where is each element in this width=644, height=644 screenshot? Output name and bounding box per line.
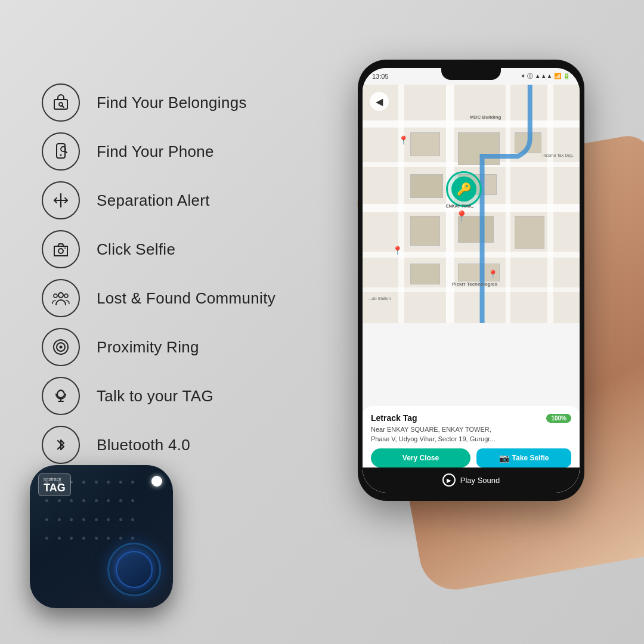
- feature-item-bluetooth: Bluetooth 4.0: [42, 426, 275, 464]
- features-list: Find Your Belongings Find Your Phone Sep…: [42, 83, 275, 464]
- bag-search-icon: [42, 83, 80, 122]
- svg-point-7: [58, 293, 63, 298]
- info-card: Letrack Tag 100% Near ENKAY SQUARE, ENKA…: [363, 406, 580, 493]
- logo-tag: TAG: [44, 482, 66, 493]
- svg-point-8: [54, 294, 57, 298]
- device-led: [151, 476, 162, 487]
- device-button-inner: [116, 551, 153, 588]
- target-ring-icon: [42, 328, 80, 366]
- svg-point-3: [60, 154, 62, 156]
- device-body: letstrack TAG: [30, 465, 173, 608]
- map-view: 🔑 📍 📍 📍 📍 ◀ MDC Building Pickrr Technolo…: [363, 85, 580, 323]
- feature-label-find-phone: Find Your Phone: [97, 143, 214, 161]
- camera-icon: [42, 230, 80, 268]
- voice-tag-icon: [42, 377, 80, 415]
- play-sound-bar: ▶ Play Sound: [363, 467, 580, 493]
- phone-mockup: 13:05 ✦ ⓢ ▲▲▲ 📶 🔋: [328, 48, 644, 537]
- feature-label-lost-found: Lost & Found Community: [97, 289, 275, 308]
- feature-item-lost-found: Lost & Found Community: [42, 279, 275, 317]
- feature-item-proximity: Proximity Ring: [42, 328, 275, 366]
- svg-point-12: [60, 346, 63, 349]
- feature-label-find-belongings: Find Your Belongings: [97, 94, 247, 112]
- status-icons: ✦ ⓢ ▲▲▲ 📶 🔋: [521, 72, 570, 80]
- feature-label-talk-tag: Talk to your TAG: [97, 387, 213, 405]
- phone-screen: 13:05 ✦ ⓢ ▲▲▲ 📶 🔋: [363, 68, 580, 493]
- proximity-button[interactable]: Very Close: [371, 448, 470, 467]
- feature-item-talk-tag: Talk to your TAG: [42, 377, 275, 415]
- arrows-cross-icon: [42, 181, 80, 219]
- feature-item-selfie: Click Selfie: [42, 230, 275, 268]
- bluetooth-icon: [42, 426, 80, 464]
- feature-label-separation: Separation Alert: [97, 191, 210, 210]
- play-icon: ▶: [442, 473, 456, 487]
- svg-rect-0: [54, 100, 67, 109]
- camera-icon-btn: 📷: [499, 453, 509, 463]
- community-icon: [42, 279, 80, 317]
- device-button: [107, 543, 161, 596]
- feature-item-find-phone: Find Your Phone: [42, 132, 275, 171]
- feature-label-proximity: Proximity Ring: [97, 338, 199, 357]
- svg-point-6: [64, 247, 66, 249]
- card-title: Letrack Tag: [371, 413, 417, 423]
- battery-badge: 100%: [546, 414, 571, 423]
- status-time: 13:05: [372, 73, 389, 80]
- card-address: Near ENKAY SQUARE, ENKAY TOWER, Phase V,…: [371, 425, 571, 444]
- device-container: letstrack TAG: [30, 465, 185, 620]
- feature-item-separation: Separation Alert: [42, 181, 275, 219]
- svg-point-5: [58, 249, 63, 253]
- phone-notch: [441, 68, 501, 80]
- feature-label-selfie: Click Selfie: [97, 240, 175, 259]
- svg-point-9: [64, 294, 68, 298]
- feature-item-find-belongings: Find Your Belongings: [42, 83, 275, 122]
- feature-label-bluetooth: Bluetooth 4.0: [97, 436, 190, 454]
- selfie-button[interactable]: 📷 Take Selfie: [476, 448, 571, 467]
- device-logo: letstrack TAG: [38, 473, 71, 496]
- phone-search-icon: [42, 132, 80, 171]
- map-marker: 🔑: [446, 171, 482, 207]
- action-buttons: Very Close 📷 Take Selfie: [371, 448, 571, 467]
